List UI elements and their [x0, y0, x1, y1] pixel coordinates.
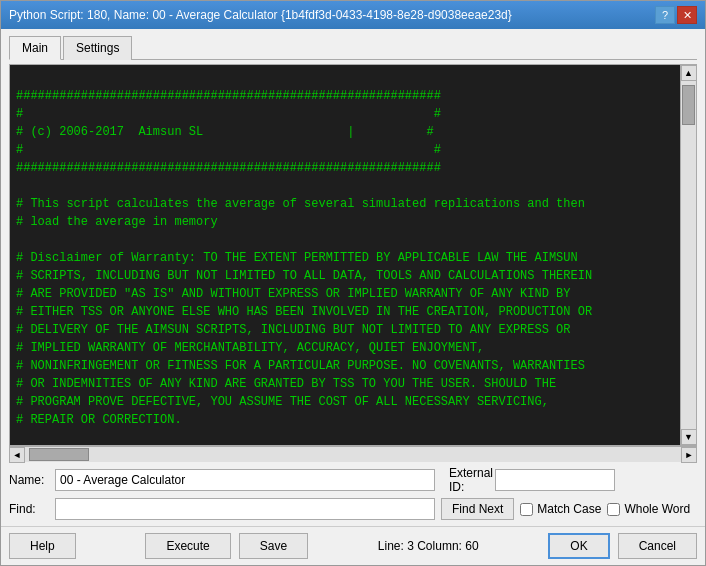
find-row: Find: Find Next Match Case Whole Word — [9, 498, 697, 520]
footer-center-btns: Execute Save — [145, 533, 308, 559]
name-label: Name: — [9, 473, 49, 487]
title-bar-controls: ? ✕ — [655, 6, 697, 24]
name-input[interactable] — [55, 469, 435, 491]
editor-content: ########################################… — [16, 69, 674, 445]
whole-word-checkbox[interactable] — [607, 503, 620, 516]
match-case-checkbox[interactable] — [520, 503, 533, 516]
scroll-up-btn[interactable]: ▲ — [681, 65, 697, 81]
tab-settings[interactable]: Settings — [63, 36, 132, 60]
footer-right: OK Cancel — [548, 533, 697, 559]
find-input[interactable] — [55, 498, 435, 520]
scroll-right-btn[interactable]: ► — [681, 447, 697, 463]
vertical-scrollbar[interactable]: ▲ ▼ — [680, 65, 696, 445]
name-row: Name: External ID: — [9, 466, 697, 494]
title-bar: Python Script: 180, Name: 00 - Average C… — [1, 1, 705, 29]
scroll-thumb-h[interactable] — [29, 448, 89, 461]
horizontal-scrollbar[interactable]: ◄ ► — [9, 446, 697, 462]
tab-main[interactable]: Main — [9, 36, 61, 60]
external-id-label: External ID: — [449, 466, 489, 494]
window-title: Python Script: 180, Name: 00 - Average C… — [9, 8, 655, 22]
footer-left: Help — [9, 533, 76, 559]
match-case-label[interactable]: Match Case — [520, 502, 601, 516]
content-area: Main Settings ##########################… — [1, 29, 705, 526]
help-button[interactable]: Help — [9, 533, 76, 559]
execute-button[interactable]: Execute — [145, 533, 230, 559]
ok-button[interactable]: OK — [548, 533, 609, 559]
scroll-down-btn[interactable]: ▼ — [681, 429, 697, 445]
find-next-button[interactable]: Find Next — [441, 498, 514, 520]
find-label: Find: — [9, 502, 49, 516]
bottom-fields: Name: External ID: Find: Find Next Match… — [9, 466, 697, 520]
scroll-track-v[interactable] — [681, 81, 696, 429]
help-title-btn[interactable]: ? — [655, 6, 675, 24]
scroll-track-h[interactable] — [25, 447, 681, 462]
editor-scroll[interactable]: ########################################… — [10, 65, 680, 445]
whole-word-label[interactable]: Whole Word — [607, 502, 690, 516]
save-button[interactable]: Save — [239, 533, 308, 559]
editor-container: ########################################… — [9, 64, 697, 446]
external-id-input[interactable] — [495, 469, 615, 491]
tabs-container: Main Settings — [9, 35, 697, 60]
footer: Help Execute Save Line: 3 Column: 60 OK … — [1, 526, 705, 565]
main-window: Python Script: 180, Name: 00 - Average C… — [0, 0, 706, 566]
status-bar: Line: 3 Column: 60 — [378, 539, 479, 553]
close-window-btn[interactable]: ✕ — [677, 6, 697, 24]
scroll-thumb-v[interactable] — [682, 85, 695, 125]
status-text: Line: 3 Column: 60 — [378, 539, 479, 553]
cancel-button[interactable]: Cancel — [618, 533, 697, 559]
scroll-left-btn[interactable]: ◄ — [9, 447, 25, 463]
